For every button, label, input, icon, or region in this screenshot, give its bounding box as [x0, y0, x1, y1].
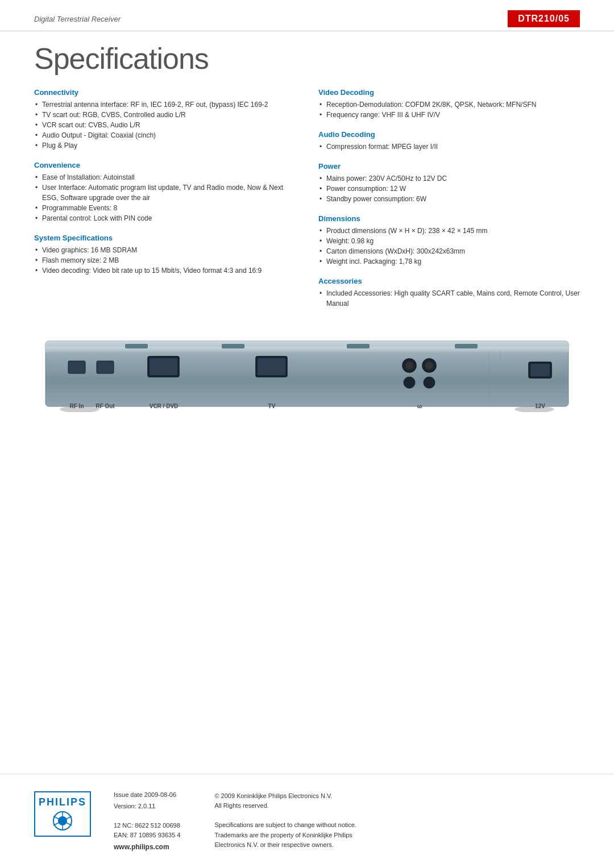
footer: PHILIPS Issue date 2009-08-06 Version: 2…	[0, 774, 614, 868]
spec-title-connectivity: Connectivity	[34, 88, 296, 97]
svg-rect-10	[150, 358, 177, 375]
spec-item: TV scart out: RGB, CVBS, Controlled audi…	[34, 110, 296, 120]
svg-rect-7	[68, 361, 85, 373]
footer-website: www.philips.com	[114, 843, 180, 851]
svg-point-1	[515, 406, 554, 412]
spec-item: Weight: 0.98 kg	[318, 236, 580, 246]
spec-title-video-decoding: Video Decoding	[318, 88, 580, 97]
spec-section-system-specifications: System SpecificationsVideo graphics: 16 …	[34, 234, 296, 276]
spec-item: Audio Output - Digital: Coaxial (cinch)	[34, 130, 296, 140]
spec-item: Flash memory size: 2 MB	[34, 255, 296, 265]
spec-section-power: PowerMains power: 230V AC/50Hz to 12V DC…	[318, 162, 580, 204]
spec-item: User Interface: Automatic program list u…	[34, 182, 296, 203]
svg-rect-12	[258, 358, 285, 375]
specs-left-column: ConnectivityTerrestrial antenna interfac…	[34, 88, 296, 319]
spec-item: Plug & Play	[34, 140, 296, 151]
issue-date-label: Issue date 2009-08-06	[114, 791, 180, 798]
svg-text:ω: ω	[417, 403, 422, 409]
spec-title-power: Power	[318, 162, 580, 171]
spec-item: Video decoding: Video bit rate up to 15 …	[34, 265, 296, 276]
spec-section-dimensions: DimensionsProduct dimensions (W × H × D)…	[318, 214, 580, 267]
spec-title-dimensions: Dimensions	[318, 214, 580, 223]
specs-right-column: Video DecodingReception-Demodulation: CO…	[318, 88, 580, 319]
svg-rect-4	[45, 347, 569, 352]
svg-point-14	[405, 362, 413, 369]
spec-item: Video graphics: 16 MB SDRAM	[34, 245, 296, 255]
svg-rect-28	[222, 344, 244, 348]
svg-text:RF Out: RF Out	[96, 403, 115, 409]
spec-section-accessories: AccessoriesIncluded Accessories: High qu…	[318, 277, 580, 309]
philips-logo: PHILIPS	[34, 791, 91, 837]
svg-point-17	[404, 377, 415, 388]
spec-item: Programmable Events: 8	[34, 203, 296, 213]
spec-item: Product dimensions (W × H × D): 238 × 42…	[318, 226, 580, 236]
svg-rect-20	[530, 364, 550, 376]
spec-item: Reception-Demodulation: COFDM 2K/8K, QPS…	[318, 99, 580, 110]
spec-item: Included Accessories: High quality SCART…	[318, 288, 580, 309]
page-title: Specifications	[0, 31, 614, 88]
spec-title-accessories: Accessories	[318, 277, 580, 285]
svg-text:RF In: RF In	[70, 403, 84, 409]
spec-section-audio-decoding: Audio DecodingCompression format: MPEG l…	[318, 130, 580, 152]
svg-text:12V: 12V	[535, 403, 545, 409]
version-label: Version: 2.0.11	[114, 803, 180, 809]
spec-title-audio-decoding: Audio Decoding	[318, 130, 580, 139]
spec-section-video-decoding: Video DecodingReception-Demodulation: CO…	[318, 88, 580, 120]
footer-col-dates: Issue date 2009-08-06 Version: 2.0.11 12…	[114, 791, 180, 851]
spec-title-system-specifications: System Specifications	[34, 234, 296, 242]
svg-rect-30	[455, 344, 478, 348]
logo-icon	[48, 811, 77, 831]
spec-item: Carton dimensions (WxDxH): 300x242x63mm	[318, 246, 580, 256]
spec-item: Parental control: Lock with PIN code	[34, 213, 296, 223]
spec-item: Compression format: MPEG layer I/II	[318, 142, 580, 152]
spec-item: Terrestrial antenna interface: RF in, IE…	[34, 99, 296, 110]
footer-legal-text: Specifications are subject to change wit…	[214, 820, 356, 850]
svg-point-18	[424, 377, 435, 388]
spec-item: VCR scart out: CVBS, Audio L/R	[34, 120, 296, 130]
spec-item: Mains power: 230V AC/50Hz to 12V DC	[318, 173, 580, 184]
svg-rect-8	[97, 361, 114, 373]
header: Digital Terrestrial Receiver DTR210/05	[0, 0, 614, 31]
svg-text:TV: TV	[268, 403, 276, 409]
svg-rect-29	[347, 344, 370, 348]
footer-col-legal: © 2009 Koninklijke Philips Electronics N…	[214, 791, 356, 851]
logo-text: PHILIPS	[39, 796, 86, 808]
spec-item: Ease of Installation: Autoinstall	[34, 172, 296, 182]
spec-section-convenience: ConvenienceEase of Installation: Autoins…	[34, 161, 296, 223]
spec-section-connectivity: ConnectivityTerrestrial antenna interfac…	[34, 88, 296, 151]
spec-item: Frequency range: VHF III & UHF IV/V	[318, 110, 580, 120]
spec-title-convenience: Convenience	[34, 161, 296, 169]
device-image: RF In RF Out VCR / DVD TV ω 12V	[34, 333, 580, 412]
svg-text:VCR / DVD: VCR / DVD	[150, 403, 179, 409]
spec-item: Power consumption: 12 W	[318, 184, 580, 194]
svg-rect-27	[125, 344, 148, 348]
svg-point-16	[425, 362, 433, 369]
footer-nc: 12 NC: 8622 512 00698EAN: 87 10895 93635…	[114, 821, 180, 851]
footer-copyright: © 2009 Koninklijke Philips Electronics N…	[214, 791, 356, 811]
specs-container: ConnectivityTerrestrial antenna interfac…	[0, 88, 614, 319]
footer-info: Issue date 2009-08-06 Version: 2.0.11 12…	[114, 791, 580, 851]
model-badge: DTR210/05	[508, 10, 580, 27]
device-subtitle: Digital Terrestrial Receiver	[34, 15, 121, 23]
spec-item: Weight incl. Packaging: 1,78 kg	[318, 256, 580, 267]
spec-item: Standby power consumption: 6W	[318, 194, 580, 204]
